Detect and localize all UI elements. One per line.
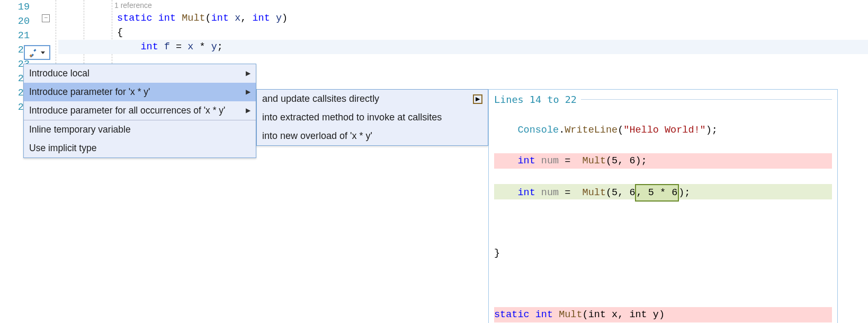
submenu-item-new-overload[interactable]: into new overload of 'x * y' — [257, 127, 488, 145]
dropdown-caret-icon — [41, 51, 45, 54]
screwdriver-icon — [29, 48, 39, 57]
submenu-item-extracted-method[interactable]: into extracted method to invoke at calls… — [257, 108, 488, 127]
line-number: 20 — [7, 14, 30, 29]
fold-toggle[interactable]: − — [42, 14, 50, 22]
menu-item-use-implicit-type[interactable]: Use implicit type — [24, 139, 256, 158]
keyword-int: int — [158, 13, 176, 24]
inserted-text: , 5 * 6 — [635, 184, 679, 202]
method-name: Mult — [182, 13, 205, 24]
menu-item-inline-temporary[interactable]: Inline temporary variable — [24, 120, 256, 139]
submenu-arrow-boxed-icon: ▶ — [473, 94, 482, 104]
preview-header: Lines 14 to 22 — [494, 92, 577, 107]
submenu-arrow-icon: ▶ — [246, 64, 250, 83]
codelens-reference[interactable]: 1 reference — [58, 0, 868, 11]
fold-gutter: − — [42, 2, 50, 22]
preview-diff-body: Console.WriteLine("Hello World!"); int n… — [489, 107, 837, 323]
line-number: 19 — [7, 0, 30, 14]
menu-item-introduce-parameter-all[interactable]: Introduce parameter for all occurrences … — [24, 101, 256, 120]
header-rule — [581, 99, 832, 100]
keyword-static: static — [117, 13, 153, 24]
line-number: 21 — [7, 29, 30, 43]
submenu-arrow-icon: ▶ — [246, 101, 250, 120]
quick-actions-menu: Introduce local ▶ Introduce parameter fo… — [23, 64, 256, 158]
preview-changes-panel: Lines 14 to 22 Console.WriteLine("Hello … — [488, 89, 838, 323]
menu-item-introduce-parameter[interactable]: Introduce parameter for 'x * y' ▶ — [24, 83, 256, 101]
submenu-arrow-icon: ▶ — [246, 83, 250, 101]
quick-actions-submenu: and update callsites directly ▶ into ext… — [256, 89, 488, 146]
menu-item-introduce-local[interactable]: Introduce local ▶ — [24, 64, 256, 83]
code-area[interactable]: 1 reference static int Mult(int x, int y… — [58, 0, 868, 54]
quick-actions-lightbulb[interactable] — [24, 45, 50, 60]
submenu-item-update-callsites[interactable]: and update callsites directly ▶ — [257, 90, 488, 108]
